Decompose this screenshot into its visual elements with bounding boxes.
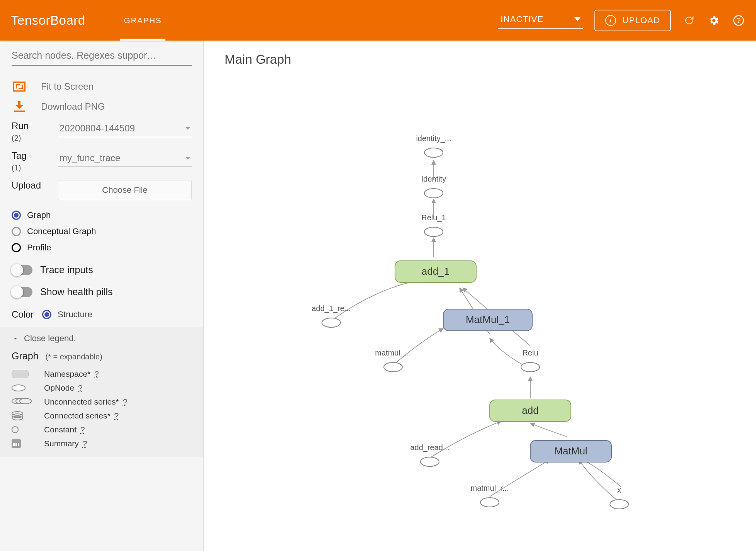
graph-svg: identity_... Identity Relu_1 add_1_re...… xyxy=(204,41,756,551)
fit-to-screen-label: Fit to Screen xyxy=(41,81,94,92)
color-value: Structure xyxy=(58,310,92,320)
graph-node-identity[interactable]: Identity xyxy=(421,175,446,198)
close-legend-label: Close legend. xyxy=(24,333,76,344)
legend-help-icon[interactable]: ? xyxy=(80,425,85,434)
run-select-value: 20200804-144509 xyxy=(60,123,135,134)
chevron-down-icon xyxy=(574,17,581,21)
node-label: Relu xyxy=(522,349,538,357)
header-tabs: GRAPHS xyxy=(116,0,170,41)
inactive-dropdown[interactable]: INACTIVE xyxy=(498,12,583,29)
health-pills-label: Show health pills xyxy=(40,286,113,298)
radio-conceptual-label: Conceptual Graph xyxy=(27,226,96,236)
chevron-down-icon xyxy=(186,157,190,160)
help-icon: ? xyxy=(733,15,744,26)
legend-unconnected-label: Unconnected series* xyxy=(44,397,119,406)
graph-node-add1-read[interactable]: add_1_re... xyxy=(312,304,351,327)
trace-inputs-label: Trace inputs xyxy=(40,264,93,276)
choose-file-button[interactable]: Choose File xyxy=(58,180,192,200)
sidebar: Fit to Screen Download PNG Run (2) 20200… xyxy=(0,41,204,551)
graph-canvas[interactable]: Main Graph identity_... xyxy=(204,41,756,551)
legend-constant-label: Constant xyxy=(44,425,77,434)
app-header: TensorBoard GRAPHS INACTIVE i UPLOAD ? xyxy=(0,0,756,41)
upload-button[interactable]: i UPLOAD xyxy=(594,10,671,31)
node-label: add_1 xyxy=(422,265,450,277)
legend-constant: Constant ? xyxy=(12,423,192,437)
health-pills-toggle[interactable] xyxy=(12,287,32,297)
svg-point-5 xyxy=(322,318,341,327)
download-png-button[interactable]: Download PNG xyxy=(0,97,203,117)
graph-node-x[interactable]: x xyxy=(610,486,628,509)
refresh-icon xyxy=(683,15,695,26)
radio-conceptual-graph[interactable]: Conceptual Graph xyxy=(12,223,192,240)
graph-edge xyxy=(430,421,501,458)
legend-section: Close legend. Graph (* = expandable) Nam… xyxy=(0,327,203,457)
close-legend-button[interactable]: Close legend. xyxy=(12,333,192,344)
run-select[interactable]: 20200804-144509 xyxy=(58,121,192,137)
graph-node-add[interactable]: add xyxy=(490,400,571,422)
trace-inputs-toggle[interactable] xyxy=(12,265,32,275)
fit-to-screen-button[interactable]: Fit to Screen xyxy=(0,77,203,97)
tag-label: Tag xyxy=(12,150,46,161)
svg-point-6 xyxy=(384,362,402,372)
svg-point-4 xyxy=(424,227,443,236)
unconnected-series-icon xyxy=(12,398,31,406)
radio-profile[interactable]: Profile xyxy=(12,240,192,256)
svg-point-2 xyxy=(424,148,443,157)
legend-help-icon[interactable]: ? xyxy=(123,397,128,406)
tag-selector-row: Tag (1) my_func_trace xyxy=(0,146,203,176)
inactive-label: INACTIVE xyxy=(501,14,543,24)
graph-node-matmul[interactable]: MatMul xyxy=(530,440,611,462)
legend-opnode-label: OpNode xyxy=(44,383,74,392)
graph-node-add-read[interactable]: add_read... xyxy=(410,443,449,466)
download-icon xyxy=(14,101,25,112)
legend-help-icon[interactable]: ? xyxy=(78,383,83,392)
info-icon: i xyxy=(605,15,616,26)
search-input[interactable] xyxy=(12,50,192,61)
run-label: Run xyxy=(12,121,46,131)
node-label: identity_... xyxy=(416,134,451,143)
radio-graph[interactable]: Graph xyxy=(12,207,192,223)
tab-graphs[interactable]: GRAPHS xyxy=(116,0,170,41)
radio-graph-label: Graph xyxy=(27,210,51,220)
run-selector-row: Run (2) 20200804-144509 xyxy=(0,117,203,146)
node-label: MatMul xyxy=(554,445,587,457)
radio-icon xyxy=(12,227,21,236)
color-structure-radio[interactable] xyxy=(42,310,51,319)
upload-row: Upload Choose File xyxy=(0,176,203,204)
svg-point-3 xyxy=(424,189,443,198)
legend-help-icon[interactable]: ? xyxy=(83,439,87,448)
fit-screen-icon xyxy=(13,82,26,92)
graph-node-identity-ret[interactable]: identity_... xyxy=(416,134,451,157)
constant-icon xyxy=(12,426,19,433)
brand-title: TensorBoard xyxy=(11,13,85,28)
legend-namespace: Namespace* ? xyxy=(12,367,192,381)
help-button[interactable]: ? xyxy=(732,14,745,27)
graph-node-add1[interactable]: add_1 xyxy=(395,261,476,282)
graph-node-relu1[interactable]: Relu_1 xyxy=(421,213,446,236)
node-label: matmul_r... xyxy=(471,484,509,493)
legend-opnode: OpNode ? xyxy=(12,381,192,395)
tag-select[interactable]: my_func_trace xyxy=(58,150,192,167)
settings-button[interactable] xyxy=(707,14,720,27)
graph-node-matmul1[interactable]: MatMul_1 xyxy=(443,309,532,331)
graph-node-relu[interactable]: Relu xyxy=(521,349,540,372)
legend-help-icon[interactable]: ? xyxy=(94,369,99,378)
node-label: Identity xyxy=(421,175,446,183)
legend-connected: Connected series* ? xyxy=(12,409,192,423)
header-actions: INACTIVE i UPLOAD ? xyxy=(498,10,745,31)
search-container xyxy=(12,50,192,66)
refresh-button[interactable] xyxy=(683,14,696,27)
graph-edge xyxy=(334,280,420,319)
legend-subtitle: (* = expandable) xyxy=(45,352,102,361)
graph-node-matmul-r[interactable]: matmul_r... xyxy=(471,484,509,507)
svg-point-7 xyxy=(521,362,540,372)
trace-inputs-toggle-row: Trace inputs xyxy=(0,259,203,281)
legend-unconnected: Unconnected series* ? xyxy=(12,395,192,409)
svg-point-10 xyxy=(610,500,628,509)
svg-point-8 xyxy=(421,457,439,466)
graph-node-matmul-small[interactable]: matmul_... xyxy=(375,349,411,372)
legend-help-icon[interactable]: ? xyxy=(114,411,119,420)
svg-point-9 xyxy=(480,498,499,507)
node-label: matmul_... xyxy=(375,349,411,357)
gear-icon xyxy=(708,15,720,26)
